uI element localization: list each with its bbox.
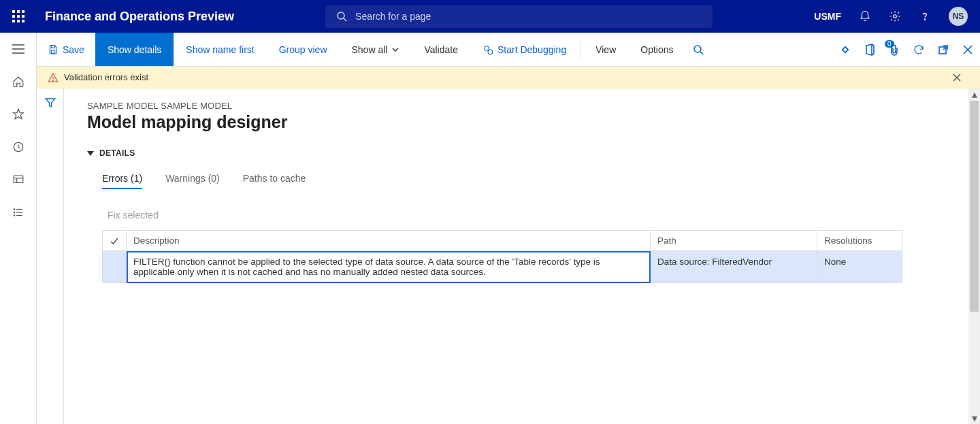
nav-recent-button[interactable] xyxy=(12,140,25,154)
svg-point-16 xyxy=(14,215,15,216)
left-nav-rail xyxy=(0,33,37,424)
bell-icon xyxy=(859,10,871,22)
tab-errors[interactable]: Errors (1) xyxy=(102,173,142,189)
vertical-scrollbar[interactable]: ▴ ▾ xyxy=(968,88,980,424)
svg-rect-18 xyxy=(51,46,54,48)
save-button[interactable]: Save xyxy=(37,33,95,66)
show-details-button[interactable]: Show details xyxy=(95,33,174,66)
check-icon xyxy=(110,236,119,246)
filter-pane-toggle[interactable] xyxy=(37,88,64,424)
help-button[interactable] xyxy=(919,10,931,22)
home-icon xyxy=(12,76,24,88)
nav-favorites-button[interactable] xyxy=(12,108,25,121)
nav-workspaces-button[interactable] xyxy=(12,173,25,186)
action-search-button[interactable] xyxy=(686,37,710,62)
notifications-button[interactable] xyxy=(859,10,871,22)
page-content: SAMPLE MODEL SAMPLE MODEL Model mapping … xyxy=(64,88,980,424)
svg-rect-9 xyxy=(14,176,23,183)
view-menu[interactable]: View xyxy=(583,33,628,66)
show-name-first-button[interactable]: Show name first xyxy=(174,33,266,66)
cell-resolutions[interactable]: None xyxy=(817,251,902,283)
top-navbar: Finance and Operations Preview Search fo… xyxy=(0,0,980,33)
svg-marker-37 xyxy=(87,151,94,156)
tab-paths[interactable]: Paths to cache xyxy=(243,173,306,189)
svg-point-2 xyxy=(894,15,897,18)
fix-selected-button[interactable]: Fix selected xyxy=(108,210,957,221)
action-bar: Save Show details Show name first Group … xyxy=(37,33,980,67)
user-avatar[interactable]: NS xyxy=(949,7,968,26)
tab-warnings[interactable]: Warnings (0) xyxy=(165,173,220,189)
errors-grid: Description Path Resolutions FILTER() fu… xyxy=(102,230,902,283)
personalize-button[interactable] xyxy=(833,37,858,62)
group-view-button[interactable]: Group view xyxy=(267,33,340,66)
svg-point-21 xyxy=(488,50,493,54)
svg-rect-19 xyxy=(51,50,54,53)
details-tabs: Errors (1) Warnings (0) Paths to cache xyxy=(87,173,957,189)
refresh-icon xyxy=(913,44,925,56)
attachments-button[interactable]: 0 xyxy=(882,37,906,62)
search-placeholder: Search for a page xyxy=(355,11,431,22)
funnel-icon xyxy=(44,97,56,109)
options-menu[interactable]: Options xyxy=(628,33,685,66)
select-all-header[interactable] xyxy=(103,231,127,251)
nav-collapse-button[interactable] xyxy=(12,42,25,56)
row-select-cell[interactable] xyxy=(103,251,127,283)
save-icon xyxy=(48,44,59,55)
col-path[interactable]: Path xyxy=(651,231,817,251)
validation-warning-banner: Validation errors exist xyxy=(37,67,980,88)
debug-icon xyxy=(483,44,493,55)
search-icon xyxy=(693,44,704,55)
svg-line-23 xyxy=(700,52,703,54)
close-icon xyxy=(963,45,973,54)
svg-point-33 xyxy=(52,80,53,80)
warning-text: Validation errors exist xyxy=(64,72,148,82)
gear-icon xyxy=(889,10,901,22)
chevron-down-icon xyxy=(391,46,399,54)
svg-point-3 xyxy=(924,19,925,20)
star-icon xyxy=(12,108,24,120)
save-label: Save xyxy=(63,44,84,55)
cell-description[interactable]: FILTER() function cannot be applied to t… xyxy=(127,251,651,283)
waffle-icon xyxy=(12,10,24,22)
svg-marker-7 xyxy=(13,110,23,119)
refresh-button[interactable] xyxy=(906,37,931,62)
show-all-dropdown[interactable]: Show all xyxy=(340,33,412,66)
diamond-icon xyxy=(840,44,851,55)
col-description[interactable]: Description xyxy=(127,231,651,251)
clock-icon xyxy=(12,141,24,153)
nav-modules-button[interactable] xyxy=(12,206,25,219)
workspace-icon xyxy=(12,174,24,186)
table-row[interactable]: FILTER() function cannot be applied to t… xyxy=(103,251,902,283)
col-resolutions[interactable]: Resolutions xyxy=(817,231,902,251)
details-section-toggle[interactable]: DETAILS xyxy=(87,148,957,158)
office-button[interactable] xyxy=(858,37,882,62)
svg-point-20 xyxy=(485,46,489,50)
hamburger-icon xyxy=(12,44,24,54)
popout-icon xyxy=(938,44,949,55)
svg-point-22 xyxy=(694,46,701,52)
validate-button[interactable]: Validate xyxy=(412,33,470,66)
cell-path[interactable]: Data source: FilteredVendor xyxy=(651,251,817,283)
company-picker[interactable]: USMF xyxy=(814,11,841,22)
list-icon xyxy=(12,206,24,218)
attachments-badge: 0 xyxy=(885,40,894,48)
start-debugging-button[interactable]: Start Debugging xyxy=(470,33,578,66)
warning-triangle-icon xyxy=(48,72,59,83)
scroll-down-arrow-icon: ▾ xyxy=(968,412,980,424)
svg-marker-36 xyxy=(46,99,55,107)
svg-line-29 xyxy=(943,46,947,50)
breadcrumb: SAMPLE MODEL SAMPLE MODEL xyxy=(87,101,957,111)
app-launcher-button[interactable] xyxy=(0,10,37,22)
question-icon xyxy=(919,10,931,22)
caret-down-filled-icon xyxy=(87,150,94,157)
settings-button[interactable] xyxy=(889,10,901,22)
page-title: Model mapping designer xyxy=(87,112,957,132)
close-page-button[interactable] xyxy=(956,37,980,62)
search-icon xyxy=(336,11,347,22)
warning-close-button[interactable] xyxy=(950,71,969,84)
global-search-input[interactable]: Search for a page xyxy=(325,5,713,28)
popout-button[interactable] xyxy=(931,37,956,62)
svg-point-0 xyxy=(338,12,344,19)
scrollbar-thumb[interactable] xyxy=(970,101,979,312)
nav-home-button[interactable] xyxy=(12,75,25,88)
